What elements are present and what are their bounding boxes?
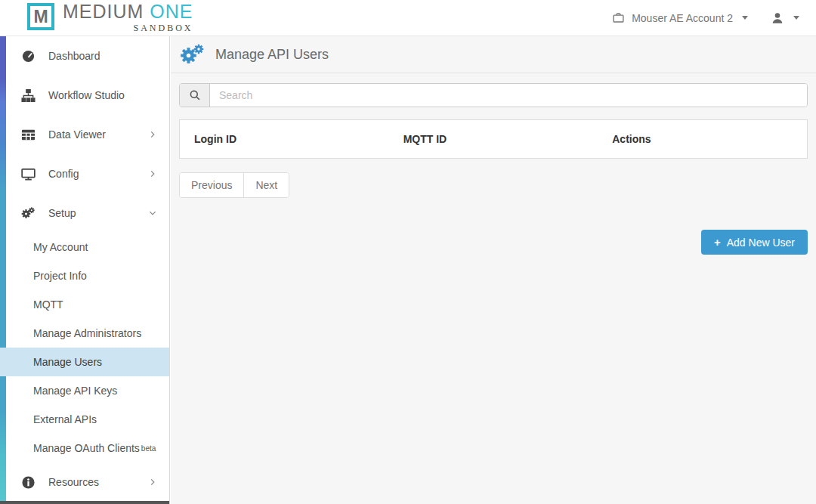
- gears-icon: [180, 44, 206, 65]
- briefcase-icon: [612, 11, 625, 24]
- desktop-icon: [21, 167, 36, 181]
- sidebar-bottom-bar: [0, 501, 169, 504]
- sidebar-item-label: External APIs: [33, 413, 97, 425]
- sidebar-item-setup[interactable]: Setup: [0, 193, 169, 233]
- brand-mark-icon: M: [27, 3, 54, 30]
- sidebar-item-manage-administrators[interactable]: Manage Administrators: [0, 319, 169, 348]
- user-icon: [771, 11, 784, 25]
- sidebar-menu: Dashboard Workflow Studio Data Viewer Co…: [0, 36, 169, 502]
- sidebar-item-label: Data Viewer: [48, 128, 106, 141]
- brand-logo[interactable]: M MEDIUM ONE SANDBOX: [27, 2, 193, 34]
- brand-tagline: SANDBOX: [134, 23, 193, 34]
- sidebar-item-label: Manage API Keys: [33, 385, 117, 397]
- sidebar-item-label: Workflow Studio: [48, 89, 125, 101]
- sidebar-item-label: Resources: [48, 476, 99, 488]
- api-users-table: Login ID MQTT ID Actions: [179, 119, 808, 159]
- sidebar-item-project-info[interactable]: Project Info: [0, 261, 169, 290]
- sidebar-item-label: Manage Administrators: [33, 327, 141, 339]
- user-menu[interactable]: [771, 11, 799, 25]
- sidebar-item-manage-users[interactable]: Manage Users: [0, 348, 169, 376]
- beta-badge: beta: [141, 444, 156, 453]
- search-icon: [189, 89, 201, 101]
- sidebar-item-resources[interactable]: Resources: [0, 462, 169, 502]
- sidebar-item-label: Setup: [48, 207, 76, 219]
- gears-icon: [21, 206, 36, 221]
- plus-icon: +: [714, 236, 721, 249]
- add-new-user-label: Add New User: [727, 237, 795, 249]
- column-header-actions: Actions: [598, 133, 807, 145]
- search-addon: [180, 84, 210, 107]
- brand-name-accent: ONE: [150, 1, 193, 22]
- sitemap-icon: [21, 88, 36, 103]
- table-header-row: Login ID MQTT ID Actions: [180, 120, 807, 158]
- search-input[interactable]: [210, 84, 807, 107]
- sidebar-item-label: Manage Users: [33, 356, 102, 368]
- pagination: Previous Next: [179, 172, 289, 198]
- navbar-right: Mouser AE Account 2: [612, 11, 799, 25]
- sidebar-item-data-viewer[interactable]: Data Viewer: [0, 115, 169, 154]
- sidebar-item-mqtt[interactable]: MQTT: [0, 290, 169, 319]
- chevron-right-icon: [148, 130, 157, 139]
- sidebar-item-label: My Account: [33, 241, 88, 253]
- dashboard-icon: [21, 49, 36, 63]
- info-icon: [21, 475, 36, 490]
- previous-button[interactable]: Previous: [180, 173, 244, 197]
- sidebar-item-label: Dashboard: [48, 50, 100, 62]
- chevron-down-icon: [148, 209, 157, 218]
- add-new-user-button[interactable]: + Add New User: [701, 230, 808, 255]
- sidebar-item-manage-oauth-clients[interactable]: Manage OAuth Clientsbeta: [0, 434, 169, 462]
- sidebar-item-label: Project Info: [33, 270, 87, 282]
- page-title: Manage API Users: [215, 47, 329, 63]
- sidebar-item-label: Config: [48, 168, 79, 180]
- page-header: Manage API Users: [171, 36, 816, 73]
- brand-name: MEDIUM ONE: [63, 2, 193, 21]
- sidebar-item-my-account[interactable]: My Account: [0, 233, 169, 261]
- column-header-mqtt-id: MQTT ID: [389, 133, 598, 145]
- sidebar: Dashboard Workflow Studio Data Viewer Co…: [0, 36, 170, 504]
- sidebar-item-manage-api-keys[interactable]: Manage API Keys: [0, 376, 169, 405]
- content-area: Login ID MQTT ID Actions Previous Next +…: [171, 73, 816, 255]
- sidebar-item-config[interactable]: Config: [0, 154, 169, 193]
- account-selector[interactable]: Mouser AE Account 2: [612, 11, 748, 24]
- chevron-right-icon: [148, 478, 157, 487]
- sidebar-item-dashboard[interactable]: Dashboard: [0, 36, 169, 76]
- table-icon: [21, 128, 36, 142]
- column-header-login-id: Login ID: [180, 133, 389, 145]
- top-navbar: M MEDIUM ONE SANDBOX Mouser AE Account 2: [0, 0, 816, 36]
- caret-down-icon: [793, 16, 799, 20]
- sidebar-item-workflow-studio[interactable]: Workflow Studio: [0, 76, 169, 115]
- next-button[interactable]: Next: [244, 173, 289, 197]
- brand-mark-letter: M: [33, 7, 48, 27]
- add-user-row: + Add New User: [179, 230, 808, 255]
- main-content: Manage API Users Login ID MQTT ID Action…: [171, 36, 816, 504]
- sidebar-item-label: MQTT: [33, 298, 63, 311]
- sidebar-item-label: Manage OAuth Clients: [33, 442, 140, 454]
- search-bar: [179, 83, 808, 107]
- caret-down-icon: [742, 16, 748, 20]
- brand-text: MEDIUM ONE SANDBOX: [63, 2, 193, 34]
- sidebar-item-external-apis[interactable]: External APIs: [0, 405, 169, 434]
- account-selector-label: Mouser AE Account 2: [632, 12, 733, 24]
- chevron-right-icon: [148, 169, 157, 178]
